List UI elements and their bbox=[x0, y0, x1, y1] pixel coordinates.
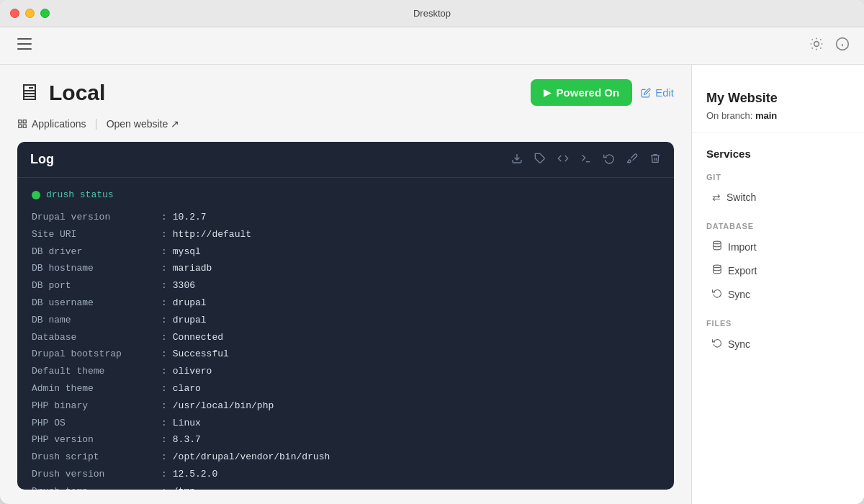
svg-rect-15 bbox=[19, 120, 22, 123]
log-sep: : bbox=[161, 347, 167, 362]
history-icon[interactable] bbox=[603, 153, 615, 167]
switch-item[interactable]: ⇄ Switch bbox=[692, 186, 864, 209]
import-item[interactable]: Import bbox=[692, 235, 864, 258]
log-val: /tmp bbox=[173, 485, 195, 490]
category-files: FILES bbox=[692, 315, 864, 332]
svg-rect-0 bbox=[17, 38, 32, 40]
theme-toggle-button[interactable] bbox=[809, 37, 824, 55]
edit-label: Edit bbox=[655, 86, 674, 99]
site-actions-right: ▶ Powered On Edit bbox=[531, 79, 674, 106]
minimize-button[interactable] bbox=[25, 9, 35, 18]
db-sync-item[interactable]: Sync bbox=[692, 282, 864, 306]
log-key: Admin theme bbox=[32, 382, 161, 397]
log-line: Default theme:olivero bbox=[32, 364, 660, 379]
play-icon: ▶ bbox=[544, 87, 551, 98]
close-button[interactable] bbox=[10, 9, 19, 18]
log-toolbar: Log bbox=[17, 142, 674, 178]
log-line: Drupal version:10.2.7 bbox=[32, 210, 660, 225]
log-line: PHP version:8.3.7 bbox=[32, 433, 660, 448]
tag-icon[interactable] bbox=[534, 153, 546, 167]
log-sep: : bbox=[161, 433, 167, 448]
app-body: 🖥 Local ▶ Powered On bbox=[0, 27, 864, 504]
svg-point-23 bbox=[714, 265, 721, 268]
log-line: DB name:drupal bbox=[32, 313, 660, 328]
site-title-area: 🖥 Local bbox=[17, 79, 105, 106]
log-line: PHP OS:Linux bbox=[32, 416, 660, 431]
log-line: PHP binary:/usr/local/bin/php bbox=[32, 399, 660, 414]
log-val: drupal bbox=[173, 313, 207, 328]
log-val: olivero bbox=[173, 364, 212, 379]
switch-label: Switch bbox=[726, 192, 756, 203]
log-sep: : bbox=[161, 467, 167, 482]
site-header: 🖥 Local ▶ Powered On bbox=[17, 79, 674, 106]
website-name: My Website bbox=[706, 91, 850, 106]
log-body[interactable]: drush status Drupal version:10.2.7Site U… bbox=[17, 178, 674, 490]
top-bar bbox=[0, 27, 864, 65]
svg-rect-18 bbox=[23, 125, 26, 127]
log-key: DB username bbox=[32, 296, 161, 311]
traffic-lights bbox=[10, 9, 50, 18]
svg-line-11 bbox=[820, 40, 821, 40]
db-sync-icon bbox=[712, 288, 722, 300]
svg-rect-2 bbox=[17, 48, 32, 50]
log-val: mariadb bbox=[173, 261, 212, 276]
brush-icon[interactable] bbox=[626, 153, 638, 167]
powered-on-button[interactable]: ▶ Powered On bbox=[531, 79, 633, 106]
services-title: Services bbox=[692, 148, 864, 160]
drush-status-line: drush status bbox=[32, 189, 660, 200]
category-database: DATABASE bbox=[692, 217, 864, 235]
export-icon bbox=[712, 264, 722, 276]
branch-name: main bbox=[755, 110, 777, 121]
log-key: Drush version bbox=[32, 467, 161, 482]
export-label: Export bbox=[728, 265, 757, 276]
log-title: Log bbox=[30, 152, 54, 167]
open-website-link[interactable]: Open website ↗ bbox=[107, 118, 180, 130]
log-sep: : bbox=[161, 399, 167, 414]
main-content: 🖥 Local ▶ Powered On bbox=[0, 65, 691, 504]
log-val: Linux bbox=[173, 416, 201, 431]
log-line: Site URI:http://default bbox=[32, 228, 660, 243]
log-val: 10.2.7 bbox=[173, 210, 207, 225]
log-val: Successful bbox=[173, 347, 229, 362]
log-sep: : bbox=[161, 416, 167, 431]
download-icon[interactable] bbox=[511, 153, 523, 167]
log-val: http://default bbox=[173, 228, 251, 243]
sub-nav: Applications | Open website ↗ bbox=[17, 117, 674, 130]
log-sep: : bbox=[161, 330, 167, 346]
log-key: Default theme bbox=[32, 364, 161, 379]
maximize-button[interactable] bbox=[40, 9, 50, 18]
code-icon[interactable] bbox=[557, 153, 569, 167]
terminal-icon[interactable] bbox=[580, 153, 592, 167]
services-section: Services GIT ⇄ Switch DATABASE bbox=[692, 148, 864, 356]
site-title: Local bbox=[49, 81, 105, 105]
files-sync-label: Sync bbox=[728, 338, 750, 350]
log-key: Site URI bbox=[32, 228, 161, 243]
log-container: Log bbox=[17, 142, 674, 490]
log-sep: : bbox=[161, 296, 167, 311]
info-button[interactable] bbox=[835, 37, 850, 55]
files-sync-item[interactable]: Sync bbox=[692, 332, 864, 356]
log-key: DB hostname bbox=[32, 261, 161, 276]
export-item[interactable]: Export bbox=[692, 258, 864, 282]
svg-line-6 bbox=[812, 40, 813, 40]
applications-label: Applications bbox=[32, 118, 86, 130]
content-area: 🖥 Local ▶ Powered On bbox=[0, 65, 864, 504]
db-sync-label: Sync bbox=[728, 289, 750, 300]
log-line: DB username:drupal bbox=[32, 296, 660, 311]
log-sep: : bbox=[161, 245, 167, 260]
log-line: Drush version:12.5.2.0 bbox=[32, 467, 660, 482]
edit-button[interactable]: Edit bbox=[641, 86, 674, 99]
log-val: /opt/drupal/vendor/bin/drush bbox=[173, 450, 330, 465]
import-label: Import bbox=[728, 241, 757, 253]
log-line: Admin theme:claro bbox=[32, 382, 660, 397]
trash-icon[interactable] bbox=[649, 153, 661, 167]
log-sep: : bbox=[161, 210, 167, 225]
menu-icon[interactable] bbox=[14, 35, 35, 56]
applications-link[interactable]: Applications bbox=[17, 118, 86, 130]
log-key: Drush script bbox=[32, 450, 161, 465]
powered-on-label: Powered On bbox=[557, 86, 620, 99]
svg-point-3 bbox=[814, 42, 819, 47]
log-val: drupal bbox=[173, 296, 207, 311]
website-card: My Website On branch: main bbox=[692, 79, 864, 133]
monitor-icon: 🖥 bbox=[17, 79, 40, 106]
